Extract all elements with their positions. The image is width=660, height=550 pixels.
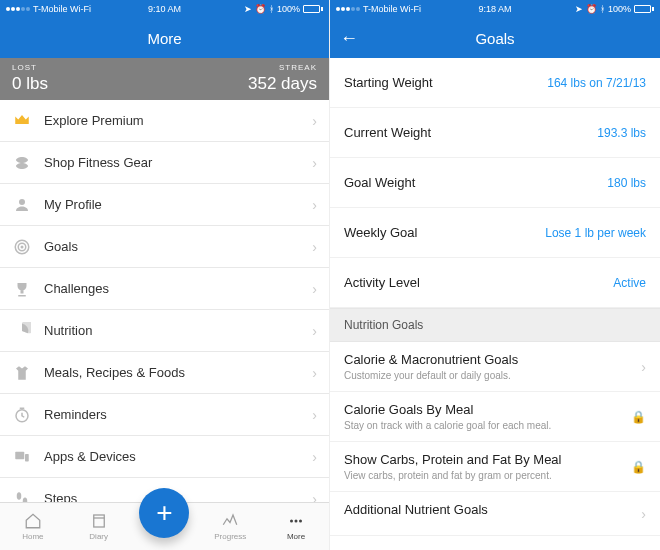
tab-label: Home [22, 532, 43, 541]
clock-icon [12, 405, 32, 425]
tab-more[interactable]: More [271, 512, 321, 541]
list-item-label: Reminders [44, 407, 107, 422]
chevron-right-icon: › [312, 323, 317, 339]
nutrition-row[interactable]: Show Carbs, Protein and Fat By Meal View… [330, 442, 660, 492]
diary-icon [89, 512, 109, 530]
list-item-label: Meals, Recipes & Foods [44, 365, 185, 380]
chevron-right-icon: › [312, 197, 317, 213]
list-item[interactable]: Goals › [0, 226, 329, 268]
list-item[interactable]: Explore Premium › [0, 100, 329, 142]
signal-dots-icon [336, 7, 360, 11]
more-list[interactable]: Explore Premium › Shop Fitness Gear › My… [0, 100, 329, 502]
list-item-label: Nutrition [44, 323, 92, 338]
goal-row[interactable]: Starting Weight 164 lbs on 7/21/13 [330, 58, 660, 108]
home-icon [23, 512, 43, 530]
progress-icon [220, 512, 240, 530]
list-item[interactable]: Apps & Devices › [0, 436, 329, 478]
chevron-right-icon: › [641, 359, 646, 375]
back-button[interactable]: ← [340, 28, 358, 49]
nav-bar: More [0, 18, 329, 58]
chevron-right-icon: › [641, 506, 646, 522]
row-title: Calorie & Macronutrient Goals [344, 352, 646, 367]
svg-point-11 [290, 520, 293, 523]
goal-row[interactable]: Weekly Goal Lose 1 lb per week [330, 208, 660, 258]
more-screen: T-Mobile Wi-Fi 9:10 AM ➤ ⏰ ᚼ 100% More L… [0, 0, 330, 550]
alarm-icon: ⏰ [586, 4, 597, 14]
location-icon: ➤ [244, 4, 252, 14]
goal-value: Active [613, 276, 646, 290]
list-item-label: Explore Premium [44, 113, 144, 128]
list-item-label: My Profile [44, 197, 102, 212]
goal-row[interactable]: Activity Level Active [330, 258, 660, 308]
goal-value: 180 lbs [607, 176, 646, 190]
goal-label: Starting Weight [344, 75, 433, 90]
list-item-label: Shop Fitness Gear [44, 155, 152, 170]
alarm-icon: ⏰ [255, 4, 266, 14]
chevron-right-icon: › [312, 449, 317, 465]
list-item[interactable]: Meals, Recipes & Foods › [0, 352, 329, 394]
tab-label: Diary [89, 532, 108, 541]
list-item[interactable]: Challenges › [0, 268, 329, 310]
plus-icon: + [156, 497, 172, 529]
ua-icon [12, 153, 32, 173]
list-item[interactable]: Reminders › [0, 394, 329, 436]
chevron-right-icon: › [312, 113, 317, 129]
chevron-right-icon: › [312, 407, 317, 423]
clock-label: 9:10 AM [148, 4, 181, 14]
tab-progress[interactable]: Progress [205, 512, 255, 541]
nutrition-row[interactable]: Additional Nutrient Goals › [330, 492, 660, 536]
goal-row[interactable]: Current Weight 193.3 lbs [330, 108, 660, 158]
goal-label: Weekly Goal [344, 225, 417, 240]
profile-icon [12, 195, 32, 215]
status-bar: T-Mobile Wi-Fi 9:18 AM ➤ ⏰ ᚼ 100% [330, 0, 660, 18]
devices-icon [12, 447, 32, 467]
nutrition-row[interactable]: Calorie & Macronutrient Goals Customize … [330, 342, 660, 392]
trophy-icon [12, 279, 32, 299]
nutrition-row[interactable]: Calorie Goals By Meal Stay on track with… [330, 392, 660, 442]
row-title: Show Carbs, Protein and Fat By Meal [344, 452, 646, 467]
goal-label: Goal Weight [344, 175, 415, 190]
clock-label: 9:18 AM [478, 4, 511, 14]
chevron-right-icon: › [312, 155, 317, 171]
svg-rect-5 [15, 451, 24, 459]
svg-point-0 [19, 199, 25, 205]
goal-value: 164 lbs on 7/21/13 [547, 76, 646, 90]
lost-label: LOST [12, 63, 48, 72]
page-title: More [147, 30, 181, 47]
list-item[interactable]: Shop Fitness Gear › [0, 142, 329, 184]
section-header: Nutrition Goals [330, 308, 660, 342]
battery-pct: 100% [608, 4, 631, 14]
status-bar: T-Mobile Wi-Fi 9:10 AM ➤ ⏰ ᚼ 100% [0, 0, 329, 18]
chevron-right-icon: › [312, 365, 317, 381]
tab-label: Progress [214, 532, 246, 541]
streak-label: STREAK [279, 63, 317, 72]
tab-home[interactable]: Home [8, 512, 58, 541]
tab-bar: Home Diary + Progress More [0, 502, 329, 550]
streak-value: 352 days [248, 74, 317, 94]
list-item[interactable]: Nutrition › [0, 310, 329, 352]
goal-row[interactable]: Goal Weight 180 lbs [330, 158, 660, 208]
chevron-right-icon: › [312, 491, 317, 503]
battery-icon [303, 5, 323, 13]
svg-rect-10 [93, 515, 104, 527]
row-subtitle: Stay on track with a calorie goal for ea… [344, 420, 646, 431]
crown-icon [12, 111, 32, 131]
row-subtitle: Customize your default or daily goals. [344, 370, 646, 381]
footsteps-icon [12, 489, 32, 503]
list-item-label: Steps [44, 491, 77, 502]
goal-value: 193.3 lbs [597, 126, 646, 140]
tab-label: More [287, 532, 305, 541]
tab-diary[interactable]: Diary [74, 512, 124, 541]
svg-point-7 [17, 492, 22, 500]
goals-list[interactable]: Starting Weight 164 lbs on 7/21/13 Curre… [330, 58, 660, 550]
lost-value: 0 lbs [12, 74, 48, 94]
svg-rect-6 [25, 454, 29, 462]
list-item[interactable]: My Profile › [0, 184, 329, 226]
list-item-label: Apps & Devices [44, 449, 136, 464]
battery-icon [634, 5, 654, 13]
lock-icon: 🔒 [631, 410, 646, 424]
add-button[interactable]: + [139, 488, 189, 538]
goal-label: Activity Level [344, 275, 420, 290]
page-title: Goals [475, 30, 514, 47]
bluetooth-icon: ᚼ [600, 4, 605, 14]
